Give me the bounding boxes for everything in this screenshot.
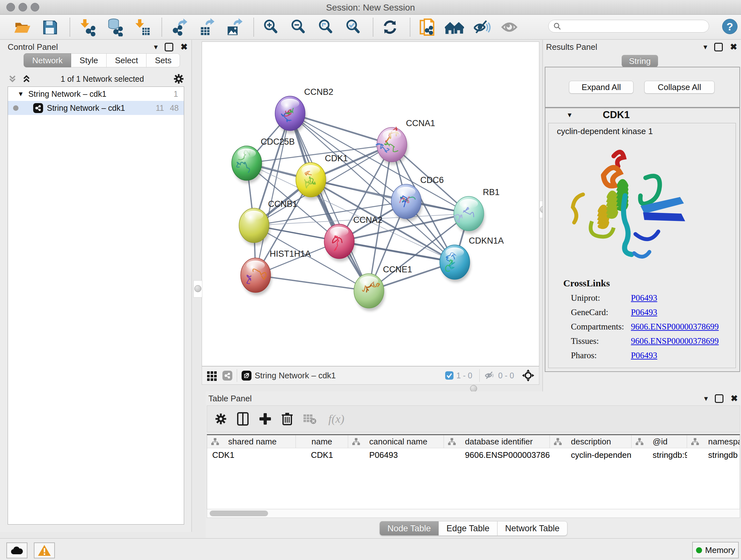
- table-panel-close-icon[interactable]: ✖: [731, 393, 738, 403]
- network-options-gear-icon[interactable]: [173, 73, 184, 84]
- node-table[interactable]: shared namenamecanonical namedatabase id…: [207, 434, 740, 518]
- network-row-selected[interactable]: String Network – cdk1 11 48: [8, 101, 184, 115]
- tab-sets[interactable]: Sets: [146, 53, 180, 67]
- control-panel-float-icon[interactable]: [165, 43, 173, 51]
- duplicate-network-icon: [418, 18, 436, 37]
- node-CDC25B[interactable]: CDC25B: [232, 137, 295, 183]
- column-header-description[interactable]: description: [550, 435, 631, 448]
- hidden-eye-slash-icon[interactable]: [484, 371, 495, 380]
- string-network-badge-icon[interactable]: [222, 371, 232, 381]
- node-CCNE1[interactable]: CCNE1: [354, 265, 412, 311]
- save-icon: [41, 18, 59, 36]
- column-header--id[interactable]: @id: [631, 435, 687, 448]
- column-label: @id: [653, 437, 668, 447]
- crosslink-link[interactable]: P06493: [631, 351, 657, 361]
- show-columns-icon[interactable]: [237, 412, 249, 426]
- node-CDK1[interactable]: CDK1: [296, 153, 348, 200]
- node-HIST1H1A[interactable]: HIST1H1A: [241, 249, 311, 295]
- tab-select[interactable]: Select: [107, 53, 146, 67]
- tab-node-table[interactable]: Node Table: [380, 521, 439, 536]
- table-horizontal-scrollbar[interactable]: [207, 509, 740, 518]
- search-input[interactable]: [561, 21, 697, 31]
- import-network-file-button[interactable]: [77, 17, 96, 37]
- column-header-canonical-name[interactable]: canonical name: [348, 435, 444, 448]
- string-network-graph[interactable]: CCNB2CCNA1CDC25BCDK1CDC6RB1CCNB1CCNA2CDK…: [202, 42, 539, 366]
- show-hidden-button[interactable]: [500, 17, 519, 37]
- crosslink-link[interactable]: P06493: [631, 293, 657, 303]
- memory-button[interactable]: Memory: [692, 542, 739, 558]
- collapse-all-button[interactable]: Collapse All: [644, 81, 715, 94]
- zoom-in-button[interactable]: [261, 17, 280, 37]
- results-panel-title: Results Panel: [546, 42, 597, 52]
- duplicate-network-button[interactable]: [417, 17, 436, 37]
- import-network-database-button[interactable]: [105, 17, 124, 37]
- edge-HIST1H1A-CCNE1[interactable]: [256, 275, 369, 291]
- column-type-icon: [448, 438, 456, 445]
- node-CDKN1A[interactable]: CDKN1A: [440, 236, 504, 282]
- refresh-layout-button[interactable]: [381, 17, 400, 37]
- results-panel-close-icon[interactable]: ✖: [730, 42, 737, 52]
- table-panel-menu-arrow[interactable]: ▾: [704, 394, 708, 403]
- results-panel-float-icon[interactable]: [714, 43, 723, 51]
- collection-expand-triangle[interactable]: ▼: [17, 90, 24, 98]
- expand-all-button[interactable]: Expand All: [569, 81, 633, 94]
- collapse-all-chevron-icon[interactable]: [8, 74, 17, 84]
- control-panel-close-icon[interactable]: ✖: [180, 42, 188, 52]
- column-header-database-identifier[interactable]: database identifier: [444, 435, 550, 448]
- fit-content-button[interactable]: [316, 17, 335, 37]
- selected-checkbox-icon[interactable]: [445, 371, 454, 380]
- tab-network[interactable]: Network: [23, 53, 71, 67]
- tab-network-table[interactable]: Network Table: [497, 521, 568, 536]
- delete-trash-icon[interactable]: [281, 412, 293, 426]
- crosslink-link[interactable]: 9606.ENSP00000378699: [631, 322, 719, 332]
- node-RB1[interactable]: RB1: [454, 187, 500, 234]
- search-box[interactable]: [548, 20, 709, 33]
- table-panel-float-icon[interactable]: [715, 394, 724, 403]
- crosslink-link[interactable]: 9606.ENSP00000378699: [631, 336, 719, 346]
- open-folder-icon: [13, 18, 31, 37]
- node-gloss-highlight: [397, 187, 415, 196]
- gene-collapse-triangle[interactable]: ▼: [566, 111, 573, 119]
- hide-selected-button[interactable]: [472, 17, 491, 37]
- save-session-button[interactable]: [40, 17, 59, 37]
- network-collection-row[interactable]: ▼ String Network – cdk1 1: [8, 87, 184, 101]
- scrollbar-thumb[interactable]: [210, 510, 268, 516]
- export-table-button[interactable]: [197, 17, 216, 37]
- table-cell: stringdb:9...: [631, 448, 687, 462]
- results-panel-menu-arrow[interactable]: ▾: [703, 43, 707, 51]
- left-splitter-knob[interactable]: [194, 285, 201, 292]
- show-all-networks-button[interactable]: [445, 17, 464, 37]
- zoom-out-button[interactable]: [288, 17, 308, 37]
- table-options-gear-icon[interactable]: [215, 413, 227, 425]
- table-row[interactable]: CDK1CDK1P064939606.ENSP00000378699cyclin…: [207, 448, 740, 462]
- control-panel-menu-arrow[interactable]: ▾: [154, 43, 158, 51]
- open-in-browser-icon[interactable]: [242, 371, 252, 381]
- toolbar-separator: [161, 18, 162, 37]
- open-session-button[interactable]: [13, 17, 32, 37]
- node-CCNA1[interactable]: CCNA1: [376, 118, 435, 165]
- fit-selection-crosshair-icon[interactable]: [522, 369, 535, 382]
- create-column-plus-icon[interactable]: [259, 412, 272, 426]
- edge-CCNB2-CCNE1[interactable]: [290, 113, 369, 291]
- export-network-button[interactable]: [169, 17, 188, 37]
- cloud-button[interactable]: [6, 543, 27, 558]
- column-header-shared-name[interactable]: shared name: [207, 435, 296, 448]
- node-CCNB1[interactable]: CCNB1: [239, 199, 297, 246]
- warnings-button[interactable]: [34, 543, 55, 558]
- expand-all-chevron-icon[interactable]: [22, 74, 31, 84]
- column-header-namespace[interactable]: namespace: [687, 435, 740, 448]
- column-header-name[interactable]: name: [296, 435, 348, 448]
- help-button[interactable]: ?: [722, 19, 738, 34]
- import-table-button[interactable]: [132, 17, 151, 37]
- tab-edge-table[interactable]: Edge Table: [439, 521, 497, 536]
- zoom-selected-button[interactable]: [343, 17, 362, 37]
- node-CDC6[interactable]: CDC6: [391, 175, 444, 222]
- bottom-splitter-knob[interactable]: [470, 385, 477, 392]
- tab-string[interactable]: String: [622, 55, 658, 67]
- network-view-canvas[interactable]: CCNB2CCNA1CDC25BCDK1CDC6RB1CCNB1CCNA2CDK…: [202, 42, 539, 366]
- tab-style[interactable]: Style: [71, 53, 107, 67]
- crosslink-label: Compartments:: [571, 322, 631, 332]
- export-image-button[interactable]: [224, 17, 243, 37]
- birdseye-grid-icon[interactable]: [206, 370, 217, 381]
- crosslink-link[interactable]: P06493: [631, 307, 657, 317]
